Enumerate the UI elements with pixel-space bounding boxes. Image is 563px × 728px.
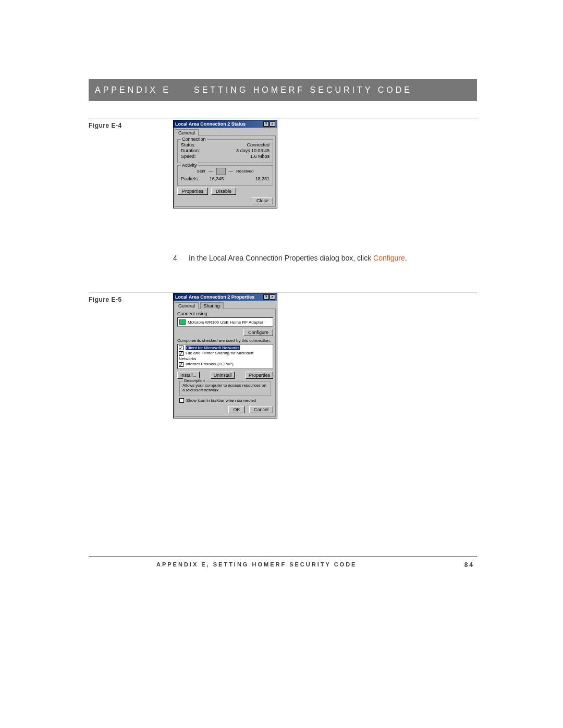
adapter-name: Motorola WR100 USB Home RF Adapter bbox=[188, 320, 263, 325]
dialog-titlebar: Local Area Connection 2 Status ? × bbox=[174, 120, 277, 128]
speed-value: 1.6 Mbps bbox=[250, 154, 270, 159]
description-legend: Description bbox=[183, 378, 206, 383]
speed-label: Speed: bbox=[181, 154, 196, 159]
components-list[interactable]: Client for Microsoft Networks File and P… bbox=[177, 344, 273, 369]
document-page: APPENDIX E SETTING HOMERF SECURITY CODE … bbox=[0, 0, 563, 728]
list-item[interactable]: File and Printer Sharing for Microsoft N… bbox=[179, 351, 272, 362]
group-label: Activity bbox=[181, 163, 198, 168]
component-properties-button[interactable]: Properties bbox=[246, 372, 273, 379]
show-icon-checkbox[interactable] bbox=[179, 398, 184, 403]
help-icon[interactable]: ? bbox=[263, 121, 269, 127]
network-activity-icon bbox=[216, 168, 226, 175]
tab-sharing[interactable]: Sharing bbox=[200, 302, 224, 309]
sent-label: Sent bbox=[197, 169, 205, 174]
received-label: Received bbox=[236, 169, 253, 174]
figure-label-e4: Figure E-4 bbox=[89, 122, 122, 129]
packets-sent: 16,345 bbox=[199, 176, 235, 181]
status-label: Status: bbox=[181, 142, 195, 147]
group-label: Connection bbox=[181, 137, 207, 142]
configure-link: Configure bbox=[373, 254, 405, 262]
list-item[interactable]: Client for Microsoft Networks bbox=[179, 346, 272, 351]
description-text: Allows your computer to access resources… bbox=[182, 383, 266, 392]
connect-using-label: Connect using: bbox=[177, 311, 273, 316]
list-item[interactable]: Internet Protocol (TCP/IP) bbox=[179, 362, 272, 367]
dialog-connection-properties: Local Area Connection 2 Properties ? × G… bbox=[173, 293, 277, 418]
step-text: In the Local Area Connection Properties … bbox=[189, 253, 407, 263]
close-icon[interactable]: × bbox=[270, 121, 275, 127]
tab-general[interactable]: General bbox=[175, 302, 199, 309]
divider bbox=[89, 292, 477, 292]
uninstall-button[interactable]: Uninstall bbox=[211, 372, 235, 379]
configure-button[interactable]: Configure bbox=[243, 329, 273, 336]
packets-received: 18,231 bbox=[234, 176, 270, 181]
checkbox-icon[interactable] bbox=[179, 362, 183, 367]
dialog-titlebar: Local Area Connection 2 Properties ? × bbox=[174, 293, 277, 301]
close-button[interactable]: Close bbox=[252, 197, 273, 204]
page-title: SETTING HOMERF SECURITY CODE bbox=[194, 85, 412, 95]
install-button[interactable]: Install... bbox=[177, 372, 200, 379]
components-label: Components checked are used by this conn… bbox=[177, 338, 273, 343]
properties-button[interactable]: Properties bbox=[177, 188, 208, 195]
checkbox-icon[interactable] bbox=[179, 351, 183, 356]
page-header: APPENDIX E SETTING HOMERF SECURITY CODE bbox=[89, 79, 477, 101]
dialog-title: Local Area Connection 2 Status bbox=[175, 121, 246, 127]
description-group: Description Allows your computer to acce… bbox=[179, 381, 271, 396]
footer-divider bbox=[89, 556, 477, 557]
group-activity: Activity Sent — — Received Packets: 16,3… bbox=[177, 165, 273, 186]
close-icon[interactable]: × bbox=[270, 294, 275, 300]
dialog-connection-status: Local Area Connection 2 Status ? × Gener… bbox=[173, 120, 277, 208]
packets-label: Packets: bbox=[181, 176, 199, 181]
ok-button[interactable]: OK bbox=[228, 406, 244, 413]
step-number: 4 bbox=[173, 253, 179, 263]
group-connection: Connection Status:Connected Duration:3 d… bbox=[177, 139, 273, 163]
dialog-title: Local Area Connection 2 Properties bbox=[175, 294, 254, 300]
tab-general[interactable]: General bbox=[175, 129, 199, 136]
duration-value: 3 days 10:03:45 bbox=[236, 148, 270, 153]
status-value: Connected bbox=[247, 142, 270, 147]
disable-button[interactable]: Disable bbox=[211, 188, 236, 195]
duration-label: Duration: bbox=[181, 148, 200, 153]
adapter-field: Motorola WR100 USB Home RF Adapter bbox=[177, 317, 273, 327]
figure-label-e5: Figure E-5 bbox=[89, 296, 122, 303]
appendix-label: APPENDIX E bbox=[95, 85, 171, 95]
cancel-button[interactable]: Cancel bbox=[249, 406, 273, 413]
divider bbox=[89, 118, 477, 118]
step-text-after: . bbox=[405, 254, 407, 262]
footer-text: APPENDIX E, SETTING HOMERF SECURITY CODE bbox=[156, 561, 357, 567]
step-text-before: In the Local Area Connection Properties … bbox=[189, 254, 373, 262]
list-item-label: File and Printer Sharing for Microsoft N… bbox=[179, 351, 253, 361]
list-item-label: Internet Protocol (TCP/IP) bbox=[186, 362, 234, 366]
page-number: 84 bbox=[464, 561, 474, 569]
nic-icon bbox=[179, 319, 186, 325]
instruction-step: 4 In the Local Area Connection Propertie… bbox=[173, 253, 475, 263]
show-icon-label: Show icon in taskbar when connected bbox=[186, 398, 256, 403]
list-item-label: Client for Microsoft Networks bbox=[186, 346, 240, 350]
help-icon[interactable]: ? bbox=[263, 294, 269, 300]
